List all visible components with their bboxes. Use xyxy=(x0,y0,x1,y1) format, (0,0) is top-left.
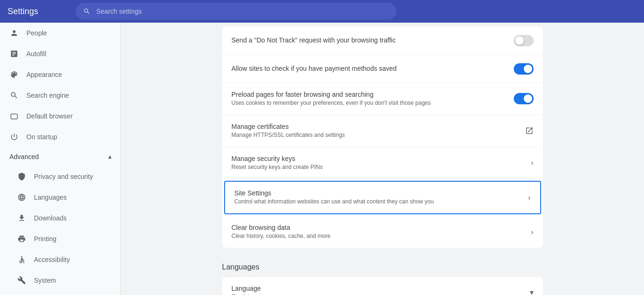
sidebar-item-privacy-security[interactable]: Privacy and security xyxy=(0,166,120,187)
preload-pages-row[interactable]: Preload pages for faster browsing and se… xyxy=(222,83,543,115)
clear-browsing-data-title: Clear browsing data xyxy=(232,224,531,231)
search-icon xyxy=(83,8,91,15)
site-settings-row[interactable]: Site Settings Control what information w… xyxy=(224,181,541,214)
sidebar-label-printing: Printing xyxy=(34,235,56,243)
site-settings-text: Site Settings Control what information w… xyxy=(234,189,528,206)
do-not-track-toggle[interactable] xyxy=(514,35,534,46)
appearance-icon xyxy=(9,70,19,79)
clear-browsing-arrow-icon: › xyxy=(531,228,533,236)
toggle-track-on2 xyxy=(514,93,534,104)
site-settings-title: Site Settings xyxy=(234,189,528,197)
arrow-right-icon: › xyxy=(531,159,533,167)
sidebar-item-people[interactable]: People xyxy=(0,23,120,43)
default-browser-icon xyxy=(9,111,19,121)
sidebar-item-reset-cleanup[interactable]: Reset and clean up xyxy=(0,291,120,295)
accessibility-icon xyxy=(17,255,26,264)
site-settings-desc: Control what information websites can us… xyxy=(234,198,528,206)
advanced-chevron-icon: ▲ xyxy=(107,153,113,160)
toggle-thumb xyxy=(515,36,524,45)
search-engine-icon xyxy=(9,91,19,100)
globe-icon xyxy=(17,193,26,202)
advanced-section-header[interactable]: Advanced ▲ xyxy=(0,147,120,166)
svg-point-1 xyxy=(21,256,23,258)
manage-certificates-desc: Manage HTTPS/SSL certificates and settin… xyxy=(232,131,525,139)
system-icon xyxy=(17,276,26,285)
payment-methods-row[interactable]: Allow sites to check if you have payment… xyxy=(222,55,543,83)
payment-methods-text: Allow sites to check if you have payment… xyxy=(232,65,514,73)
site-settings-arrow-icon: › xyxy=(528,194,530,202)
sidebar-label-appearance: Appearance xyxy=(26,71,62,78)
preload-pages-title: Preload pages for faster browsing and se… xyxy=(232,91,514,98)
autofill-icon xyxy=(9,49,19,59)
manage-security-keys-row[interactable]: Manage security keys Reset security keys… xyxy=(222,147,543,179)
sidebar-label-autofill: Autofill xyxy=(26,50,46,58)
sidebar-item-languages[interactable]: Languages xyxy=(0,187,120,208)
content-inner: Send a "Do Not Track" request with your … xyxy=(222,23,543,295)
language-row[interactable]: Language English ▾ xyxy=(222,277,543,295)
languages-section-heading: Languages xyxy=(222,255,543,277)
sidebar-label-search-engine: Search engine xyxy=(26,92,69,99)
external-link-icon xyxy=(525,126,534,135)
shield-icon xyxy=(17,172,26,181)
manage-certificates-text: Manage certificates Manage HTTPS/SSL cer… xyxy=(232,123,525,139)
clear-browsing-data-text: Clear browsing data Clear history, cooki… xyxy=(232,224,531,240)
language-value: English xyxy=(232,293,530,295)
language-title: Language xyxy=(232,285,530,292)
content-area: Send a "Do Not Track" request with your … xyxy=(121,23,644,295)
preload-pages-desc: Uses cookies to remember your preference… xyxy=(232,99,514,107)
sidebar-label-on-startup: On startup xyxy=(26,133,57,141)
clear-browsing-data-row[interactable]: Clear browsing data Clear history, cooki… xyxy=(222,216,543,248)
topbar: Settings xyxy=(0,0,644,23)
sidebar-label-people: People xyxy=(26,29,47,37)
clear-browsing-data-desc: Clear history, cookies, cache, and more xyxy=(232,232,531,240)
language-text: Language English xyxy=(232,285,530,295)
sidebar-item-autofill[interactable]: Autofill xyxy=(0,43,120,64)
sidebar-item-on-startup[interactable]: On startup xyxy=(0,126,120,147)
language-dropdown-icon[interactable]: ▾ xyxy=(530,288,534,295)
toggle-track-on xyxy=(514,63,534,75)
toggle-track-off xyxy=(514,35,534,46)
sidebar: People Autofill Appearance Search engine xyxy=(0,23,121,295)
sidebar-item-accessibility[interactable]: Accessibility xyxy=(0,249,120,270)
preload-pages-toggle[interactable] xyxy=(514,93,534,104)
startup-icon xyxy=(9,132,19,142)
manage-security-keys-title: Manage security keys xyxy=(232,155,531,162)
svg-rect-0 xyxy=(11,114,17,119)
sidebar-label-downloads: Downloads xyxy=(34,214,67,222)
sidebar-item-printing[interactable]: Printing xyxy=(0,228,120,249)
sidebar-label-privacy-security: Privacy and security xyxy=(34,173,93,180)
privacy-settings-card: Send a "Do Not Track" request with your … xyxy=(222,26,543,248)
sidebar-label-system: System xyxy=(34,277,56,284)
languages-card: Language English ▾ xyxy=(222,277,543,295)
sidebar-item-system[interactable]: System xyxy=(0,270,120,291)
sidebar-label-default-browser: Default browser xyxy=(26,112,73,120)
payment-methods-toggle[interactable] xyxy=(514,63,534,75)
toggle-thumb xyxy=(524,65,532,73)
main-layout: People Autofill Appearance Search engine xyxy=(0,23,644,295)
manage-security-keys-text: Manage security keys Reset security keys… xyxy=(232,155,531,171)
do-not-track-text: Send a "Do Not Track" request with your … xyxy=(232,36,514,45)
advanced-label: Advanced xyxy=(9,153,39,160)
do-not-track-title: Send a "Do Not Track" request with your … xyxy=(232,36,514,44)
search-input[interactable] xyxy=(96,8,389,15)
sidebar-item-search-engine[interactable]: Search engine xyxy=(0,85,120,106)
sidebar-item-downloads[interactable]: Downloads xyxy=(0,208,120,228)
manage-certificates-row[interactable]: Manage certificates Manage HTTPS/SSL cer… xyxy=(222,115,543,147)
payment-methods-title: Allow sites to check if you have payment… xyxy=(232,65,514,72)
sidebar-label-languages: Languages xyxy=(34,194,67,201)
sidebar-item-default-browser[interactable]: Default browser xyxy=(0,106,120,126)
print-icon xyxy=(17,234,26,244)
toggle-thumb2 xyxy=(524,94,532,103)
preload-pages-text: Preload pages for faster browsing and se… xyxy=(232,91,514,107)
manage-security-keys-desc: Reset security keys and create PINs xyxy=(232,163,531,171)
search-bar xyxy=(75,3,396,20)
download-icon xyxy=(17,213,26,223)
person-icon xyxy=(9,28,19,38)
app-title: Settings xyxy=(8,7,64,17)
do-not-track-row[interactable]: Send a "Do Not Track" request with your … xyxy=(222,26,543,55)
manage-certificates-title: Manage certificates xyxy=(232,123,525,130)
sidebar-item-appearance[interactable]: Appearance xyxy=(0,64,120,85)
sidebar-label-accessibility: Accessibility xyxy=(34,256,70,263)
